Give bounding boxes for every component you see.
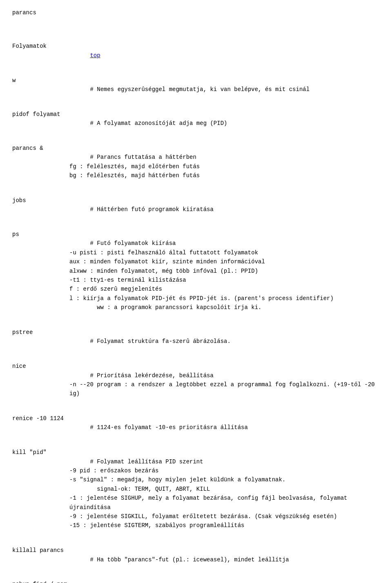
section-content-kill: # Folyamat leállítása PID szerint -9 pid…: [69, 448, 380, 539]
section-label-parancs-amp: parancs &: [12, 144, 69, 189]
section-jobs: jobs # Háttérben futó programok kiíratás…: [12, 196, 380, 223]
section-killall: killall parancs # Ha több "parancs"-fut …: [12, 546, 380, 573]
section-label-nice: nice: [12, 362, 69, 407]
section-label-ps: ps: [12, 230, 69, 321]
section-label-renice: renice -10 1124: [12, 414, 69, 441]
section-ps: ps # Futó folyamatok kiírása -u pisti : …: [12, 230, 380, 321]
section-content-top-link: top: [69, 42, 380, 69]
section-content-jobs: # Háttérben futó programok kiíratása: [69, 196, 380, 223]
section-content-w: # Nemes egyszerûséggel megmutatja, ki va…: [69, 76, 380, 103]
section-pidof: pidof folyamat # A folyamat azonosítóját…: [12, 110, 380, 137]
section-label-pidof: pidof folyamat: [12, 110, 69, 137]
section-content-pstree: # Folyamat struktúra fa-szerû ábrázolása…: [69, 328, 380, 355]
section-label-pstree: pstree: [12, 328, 69, 355]
section-label-w: w: [12, 76, 69, 103]
section-pstree: pstree # Folyamat struktúra fa-szerû ábr…: [12, 328, 380, 355]
section-content-killall: # Ha több "parancs"-fut (pl.: iceweasel)…: [69, 546, 380, 573]
section-nice: nice # Priorítása lekérdezése, beállítás…: [12, 362, 380, 407]
section-content-renice: # 1124-es folyamat -10-es prioritásra ál…: [69, 414, 380, 441]
top-link[interactable]: top: [90, 52, 100, 59]
section-content-pidof: # A folyamat azonosítóját adja meg (PID): [69, 110, 380, 137]
section-content-nice: # Priorítása lekérdezése, beállítása -n …: [69, 362, 380, 407]
section-parancs-amp: parancs & # Parancs futtatása a háttérbe…: [12, 144, 380, 189]
section-w: w # Nemes egyszerûséggel megmutatja, ki …: [12, 76, 380, 103]
section-content-parancs-amp: # Parancs futtatása a háttérben fg : fel…: [69, 144, 380, 189]
section-label-jobs: jobs: [12, 196, 69, 223]
section-nohup: nohup find / name t* > ~/nohup.log & # A…: [12, 580, 380, 583]
section-content-nohup: # A "t" betűvel kezdődő fájlok keresése …: [69, 580, 380, 583]
section-folyamatok: Folyamatok top: [12, 42, 380, 69]
section-kill: kill "pid" # Folyamat leállítása PID sze…: [12, 448, 380, 539]
section-label-kill: kill "pid": [12, 448, 69, 539]
page-title: parancs: [12, 8, 380, 17]
section-label-folyamatok: Folyamatok: [12, 42, 69, 69]
section-content-ps: # Futó folyamatok kiírása -u pisti : pis…: [69, 230, 380, 321]
section-label-nohup: nohup find / name t* > ~/nohup.log &: [12, 580, 69, 583]
section-renice: renice -10 1124 # 1124-es folyamat -10-e…: [12, 414, 380, 441]
section-label-killall: killall parancs: [12, 546, 69, 573]
